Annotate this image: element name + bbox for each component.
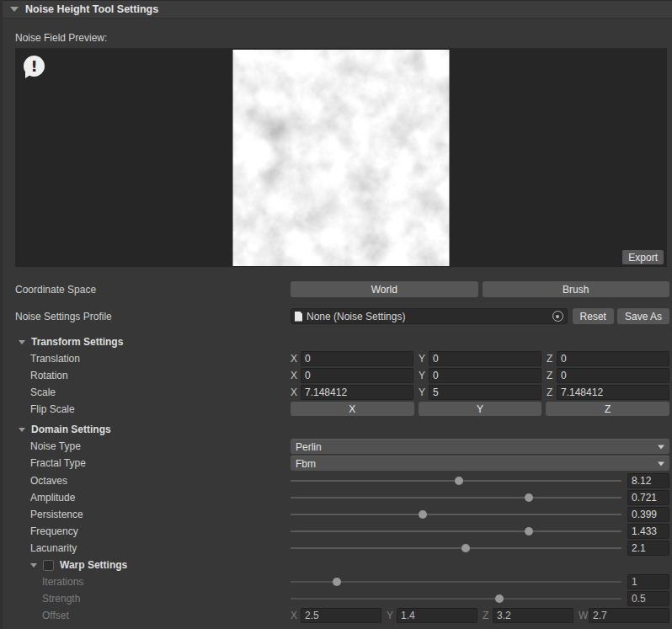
- flip-scale-label: Flip Scale: [15, 403, 291, 415]
- rotation-x-field[interactable]: 0: [301, 368, 413, 383]
- document-icon: [295, 312, 302, 322]
- amplitude-slider[interactable]: [291, 490, 621, 504]
- strength-value-field[interactable]: 0.5: [627, 591, 669, 606]
- offset-w-field[interactable]: 2.7: [589, 608, 669, 623]
- slider-thumb[interactable]: [455, 477, 463, 485]
- page-title: Noise Height Tool Settings: [25, 3, 158, 15]
- slider-track: [291, 497, 621, 498]
- iterations-label: Iterations: [15, 576, 291, 588]
- foldout-triangle-icon[interactable]: [19, 428, 25, 432]
- noise-type-dropdown[interactable]: Perlin: [291, 439, 669, 454]
- octaves-label: Octaves: [15, 475, 291, 487]
- coordinate-space-label: Coordinate Space: [15, 284, 291, 296]
- amplitude-label: Amplitude: [15, 492, 291, 504]
- translation-z-field[interactable]: 0: [557, 351, 669, 366]
- lacunarity-label: Lacunarity: [15, 542, 291, 554]
- slider-track: [291, 514, 621, 515]
- foldout-triangle-icon[interactable]: [19, 340, 25, 344]
- noise-type-row: Noise Type Perlin: [0, 439, 672, 454]
- translation-row: Translation X0 Y0 Z0: [0, 351, 672, 365]
- amplitude-row: Amplitude 0.721: [0, 490, 672, 504]
- flip-scale-y-button[interactable]: Y: [419, 402, 542, 416]
- fractal-type-row: Fractal Type Fbm: [0, 456, 672, 471]
- lacunarity-slider[interactable]: [291, 541, 621, 555]
- offset-label: Offset: [15, 610, 291, 621]
- domain-settings-title: Domain Settings: [31, 424, 111, 435]
- chevron-down-icon: [658, 445, 664, 449]
- offset-y-field[interactable]: 1.4: [397, 608, 477, 623]
- scale-z-field[interactable]: 7.148412: [557, 385, 669, 400]
- persistence-label: Persistence: [15, 509, 291, 520]
- iterations-value-field[interactable]: 1: [627, 574, 669, 589]
- flip-scale-z-button[interactable]: Z: [546, 402, 669, 416]
- noise-preview-box: ! Export: [15, 48, 667, 267]
- slider-thumb[interactable]: [495, 594, 504, 603]
- slider-thumb[interactable]: [525, 493, 533, 502]
- foldout-triangle-icon[interactable]: [10, 7, 19, 12]
- scale-row: Scale X7.148412 Y5 Z7.148412: [0, 385, 672, 399]
- x-axis-prefix: X: [291, 610, 298, 621]
- warp-settings-title: Warp Settings: [60, 559, 127, 571]
- rotation-row: Rotation X0 Y0 Z0: [0, 368, 672, 382]
- w-axis-prefix: W: [579, 610, 586, 621]
- noise-type-value: Perlin: [296, 441, 322, 453]
- transform-settings-header[interactable]: Transform Settings: [0, 335, 672, 349]
- warp-settings-header[interactable]: Warp Settings: [0, 558, 672, 572]
- fractal-type-value: Fbm: [296, 458, 316, 470]
- z-axis-prefix: Z: [483, 610, 490, 621]
- flip-scale-x-button[interactable]: X: [291, 402, 414, 416]
- lacunarity-value-field[interactable]: 2.1: [627, 541, 669, 556]
- rotation-z-field[interactable]: 0: [557, 368, 669, 383]
- slider-thumb[interactable]: [525, 527, 533, 536]
- noise-type-label: Noise Type: [15, 440, 291, 452]
- offset-row: Offset X2.5 Y1.4 Z3.2 W2.7: [0, 609, 672, 622]
- z-axis-prefix: Z: [547, 353, 554, 365]
- persistence-slider[interactable]: [291, 507, 621, 521]
- save-as-button[interactable]: Save As: [617, 308, 669, 324]
- translation-x-field[interactable]: 0: [301, 351, 413, 366]
- strength-slider[interactable]: [291, 592, 621, 606]
- slider-track: [291, 530, 621, 532]
- warp-settings-checkbox[interactable]: [43, 560, 54, 571]
- transform-settings-title: Transform Settings: [31, 336, 123, 348]
- slider-thumb[interactable]: [333, 578, 341, 586]
- scale-y-field[interactable]: 5: [429, 385, 541, 400]
- noise-settings-profile-label: Noise Settings Profile: [15, 311, 291, 322]
- frequency-slider[interactable]: [291, 524, 621, 538]
- strength-row: Strength 0.5: [0, 592, 672, 605]
- offset-x-field[interactable]: 2.5: [301, 608, 381, 623]
- persistence-value-field[interactable]: 0.399: [627, 507, 669, 522]
- slider-thumb[interactable]: [419, 510, 427, 519]
- translation-y-field[interactable]: 0: [429, 351, 541, 366]
- lacunarity-row: Lacunarity 2.1: [0, 541, 672, 555]
- rotation-label: Rotation: [15, 370, 291, 381]
- octaves-slider[interactable]: [291, 473, 621, 488]
- tool-settings-header[interactable]: Noise Height Tool Settings: [0, 0, 672, 19]
- octaves-value-field[interactable]: 8.12: [627, 473, 669, 488]
- noise-settings-profile-object-field[interactable]: None (Noise Settings): [291, 308, 568, 324]
- y-axis-prefix: Y: [387, 610, 394, 621]
- frequency-label: Frequency: [15, 525, 291, 537]
- iterations-slider[interactable]: [291, 575, 621, 589]
- info-icon: !: [24, 56, 45, 77]
- y-axis-prefix: Y: [419, 370, 426, 381]
- y-axis-prefix: Y: [419, 386, 426, 398]
- offset-z-field[interactable]: 3.2: [493, 608, 573, 623]
- fractal-type-dropdown[interactable]: Fbm: [291, 456, 669, 471]
- coordinate-space-world-button[interactable]: World: [291, 281, 478, 297]
- z-axis-prefix: Z: [547, 386, 554, 398]
- x-axis-prefix: X: [291, 353, 298, 365]
- frequency-value-field[interactable]: 1.433: [627, 524, 669, 539]
- object-picker-icon[interactable]: [552, 311, 563, 322]
- noise-field-preview-label: Noise Field Preview:: [15, 32, 672, 45]
- foldout-triangle-icon[interactable]: [30, 563, 37, 568]
- export-button[interactable]: Export: [622, 250, 664, 264]
- scale-x-field[interactable]: 7.148412: [301, 385, 413, 400]
- domain-settings-header[interactable]: Domain Settings: [0, 423, 672, 436]
- coordinate-space-brush-button[interactable]: Brush: [483, 281, 670, 297]
- amplitude-value-field[interactable]: 0.721: [627, 490, 669, 505]
- slider-thumb[interactable]: [461, 544, 470, 552]
- reset-button[interactable]: Reset: [573, 308, 614, 324]
- flip-scale-row: Flip Scale X Y Z: [0, 402, 672, 416]
- rotation-y-field[interactable]: 0: [429, 368, 541, 383]
